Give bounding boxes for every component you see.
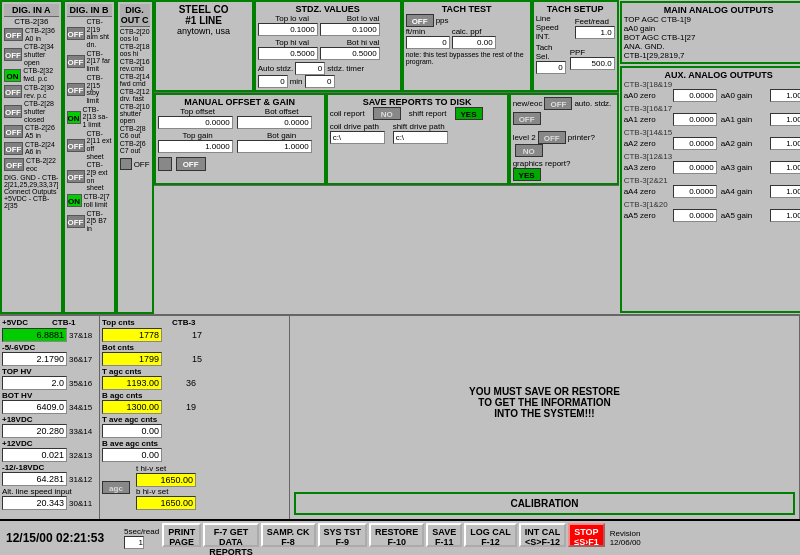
aux-ao-zero-input-3[interactable] (673, 161, 717, 174)
stdz-timer-label: stdz. timer (327, 64, 364, 73)
sys-tst-button[interactable]: SYS TSTF-9 (318, 523, 368, 547)
bot-gain-input[interactable] (237, 140, 312, 153)
bot-cnts-input[interactable] (102, 352, 162, 366)
manual-toggle-chk[interactable] (158, 157, 172, 171)
restore-button[interactable]: RESTOREF-10 (369, 523, 424, 547)
stdz-timer-input2[interactable] (305, 75, 335, 88)
dig-in-a-label-7: CTB-2[22 eoc (26, 157, 58, 172)
sec-per-read-input[interactable] (124, 536, 144, 549)
dig-in-b-led-6[interactable]: ON (67, 194, 82, 207)
agc-toggle[interactable]: agc (102, 481, 130, 494)
aux-ao-gain-input-5[interactable] (770, 209, 800, 222)
stdz-top-lo-input[interactable] (258, 23, 318, 36)
top-gain-input[interactable] (158, 140, 233, 153)
top-hv-pair: 35&16 (69, 379, 92, 388)
stdz-bot-lo-input[interactable] (320, 23, 380, 36)
samp-ck-button[interactable]: SAMP. CKF-8 (261, 523, 316, 547)
dig-in-a-led-6[interactable]: OFF (4, 142, 23, 155)
tach-sel-input[interactable] (536, 61, 566, 74)
aux-ao-zero-input-5[interactable] (673, 209, 717, 222)
dig-in-a-led-3[interactable]: OFF (4, 85, 22, 98)
tach-sel-row: Tach Sel. PPF (536, 43, 615, 74)
printer-toggle[interactable]: NO (515, 144, 543, 157)
log-cal-button[interactable]: LOG CALF-12 (464, 523, 517, 547)
graphics-toggle-row: YES (513, 168, 615, 181)
minus5vdc-input[interactable] (2, 352, 67, 366)
aux-ao-zero-input-0[interactable] (673, 89, 717, 102)
printer-label: printer? (568, 133, 595, 142)
tach-int-label: INT. (536, 32, 571, 41)
stdz-top-hi-input[interactable] (258, 47, 318, 60)
dig-in-b-led-0[interactable]: OFF (67, 27, 85, 40)
manual-toggle[interactable]: OFF (176, 157, 206, 171)
dig-in-b-label-7: CTB-2[5 B7 in (87, 210, 112, 233)
top-hv-input[interactable] (2, 376, 67, 390)
feet-per-read-input[interactable] (575, 26, 615, 39)
dig-in-b-led-2[interactable]: OFF (67, 83, 85, 96)
plus18v-input[interactable] (2, 424, 67, 438)
dig-in-a-led-7[interactable]: OFF (4, 158, 24, 171)
f7-get-data-button[interactable]: F-7 GETDATAREPORTS (203, 523, 259, 547)
aux-ao-zero-input-2[interactable] (673, 137, 717, 150)
dig-in-b-led-7[interactable]: OFF (67, 215, 85, 228)
aux-ao-gain-input-3[interactable] (770, 161, 800, 174)
t-hi-v-input[interactable] (136, 473, 196, 487)
b-hi-v-input[interactable] (136, 496, 196, 510)
coil-path-input[interactable] (330, 131, 385, 144)
dig-in-a-led-5[interactable]: OFF (4, 125, 23, 138)
t-agc-cnts-input[interactable] (102, 376, 162, 390)
dig-in-a-led-1[interactable]: OFF (4, 48, 22, 61)
coil-report-toggle[interactable]: NO (373, 107, 401, 120)
stop-button[interactable]: STOP≤S›F1 (568, 523, 604, 547)
bot-hv-input[interactable] (2, 400, 67, 414)
bot-offset-input[interactable] (237, 116, 312, 129)
aux-ao-gain-input-2[interactable] (770, 137, 800, 150)
graphics-toggle[interactable]: YES (513, 168, 541, 181)
tach-test-pps-toggle[interactable]: OFF (406, 14, 434, 27)
plus12v-input[interactable] (2, 448, 67, 462)
dig-in-b-led-5[interactable]: OFF (67, 170, 85, 183)
plus5vdc-input[interactable] (2, 328, 67, 342)
tach-ft-min-input[interactable] (406, 36, 450, 49)
save-button[interactable]: SAVEF-11 (426, 523, 462, 547)
print-page-button[interactable]: PRINTPAGE (162, 523, 201, 547)
alt-speed-input[interactable] (2, 496, 67, 510)
sec-per-read-label: 5sec/read (124, 527, 159, 536)
new-eoc-toggle[interactable]: OFF (544, 97, 572, 110)
message-calib-area: YOU MUST SAVE OR RESTORE TO GET THE INFO… (290, 316, 800, 519)
minus12v-input[interactable] (2, 472, 67, 486)
tach-ppf-input[interactable] (570, 57, 615, 70)
top-offset-input[interactable] (158, 116, 233, 129)
shift-report-toggle[interactable]: YES (455, 107, 483, 120)
dig-in-a-led-4[interactable]: OFF (4, 105, 22, 118)
aux-ao-gain-input-0[interactable] (770, 89, 800, 102)
int-cal-button[interactable]: INT CAL<S>F-12 (519, 523, 567, 547)
level2-label: level 2 (513, 133, 536, 142)
bot-cnts-label: Bot cnts (102, 343, 287, 352)
dig-in-b-led-4[interactable]: OFF (67, 139, 85, 152)
tach-note: note: this test bypasses the rest of the… (406, 51, 528, 65)
aux-ao-zero-input-1[interactable] (673, 113, 717, 126)
dig-in-a-led-0[interactable]: OFF (4, 28, 23, 41)
dig-in-a-label-6: CTB-2[24 A6 in (25, 141, 59, 156)
b-agc-cnts-input[interactable] (102, 400, 162, 414)
stdz-bot-hi-input[interactable] (320, 47, 380, 60)
t-ave-agc-input[interactable] (102, 424, 162, 438)
tach-calc-ppf-input[interactable] (452, 36, 496, 49)
dig-in-a-led-2[interactable]: ON (4, 69, 21, 82)
shift-path-input[interactable] (393, 131, 448, 144)
aux-ao-gain-input-4[interactable] (770, 185, 800, 198)
aux-ao-ctb-1: CTB-3[16&17 (624, 104, 800, 113)
aux-ao-gain-input-1[interactable] (770, 113, 800, 126)
dig-in-a-rows: OFFCTB-2[36 A0 inOFFCTB-2[34 shutter ope… (4, 27, 59, 172)
auto-stdz-input[interactable] (295, 62, 325, 75)
auto-stdz-toggle[interactable]: OFF (513, 112, 541, 125)
dig-in-b-led-1[interactable]: OFF (67, 55, 85, 68)
b-ave-agc-input[interactable] (102, 448, 162, 462)
dig-out-toggle[interactable] (120, 158, 132, 170)
stdz-timer-input[interactable] (258, 75, 288, 88)
dig-in-b-led-3[interactable]: ON (67, 111, 81, 124)
aux-ao-zero-input-4[interactable] (673, 185, 717, 198)
top-cnts-input[interactable] (102, 328, 162, 342)
level2-toggle[interactable]: OFF (538, 131, 566, 144)
